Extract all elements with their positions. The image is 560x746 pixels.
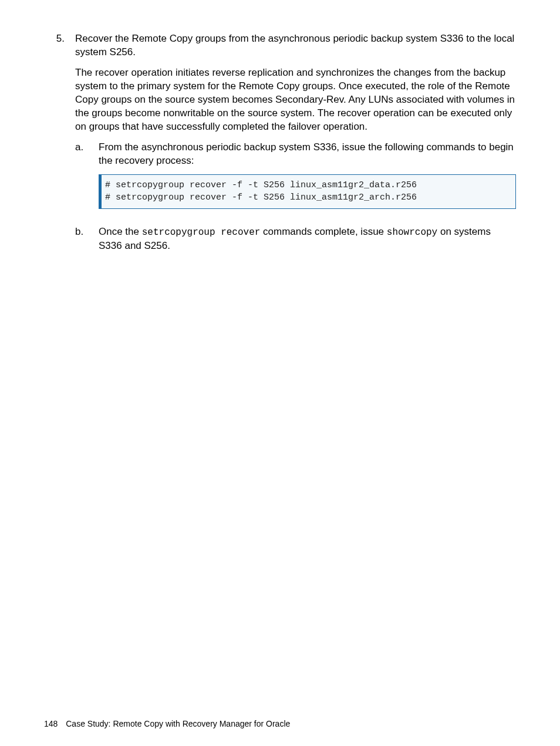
step-5-explanation: The recover operation initiates reverse …	[75, 66, 516, 134]
code-block-recover: # setrcopygroup recover -f -t S256 linux…	[99, 174, 516, 209]
substep-a-body: From the asynchronous periodic backup sy…	[99, 141, 516, 220]
step-number: 5.	[44, 32, 75, 265]
footer-title: Case Study: Remote Copy with Recovery Ma…	[66, 719, 290, 728]
substep-b-body: Once the setrcopygroup recover commands …	[99, 225, 516, 260]
text-fragment: Once the	[99, 226, 142, 237]
step-5-intro: Recover the Remote Copy groups from the …	[75, 32, 516, 59]
substep-a: a. From the asynchronous periodic backup…	[75, 141, 516, 220]
inline-code-showrcopy: showrcopy	[387, 227, 437, 238]
page-footer: 148 Case Study: Remote Copy with Recover…	[44, 718, 290, 730]
step-body: Recover the Remote Copy groups from the …	[75, 32, 516, 265]
substep-b: b. Once the setrcopygroup recover comman…	[75, 225, 516, 260]
inline-code-setrcopygroup: setrcopygroup recover	[142, 227, 261, 238]
substep-b-label: b.	[75, 225, 99, 260]
page-number: 148	[44, 719, 58, 728]
substep-a-text: From the asynchronous periodic backup sy…	[99, 141, 516, 168]
step-5: 5. Recover the Remote Copy groups from t…	[44, 32, 516, 265]
substep-b-text: Once the setrcopygroup recover commands …	[99, 225, 516, 253]
substep-a-label: a.	[75, 141, 99, 220]
page-content: 5. Recover the Remote Copy groups from t…	[0, 0, 560, 265]
text-fragment: commands complete, issue	[260, 226, 386, 237]
